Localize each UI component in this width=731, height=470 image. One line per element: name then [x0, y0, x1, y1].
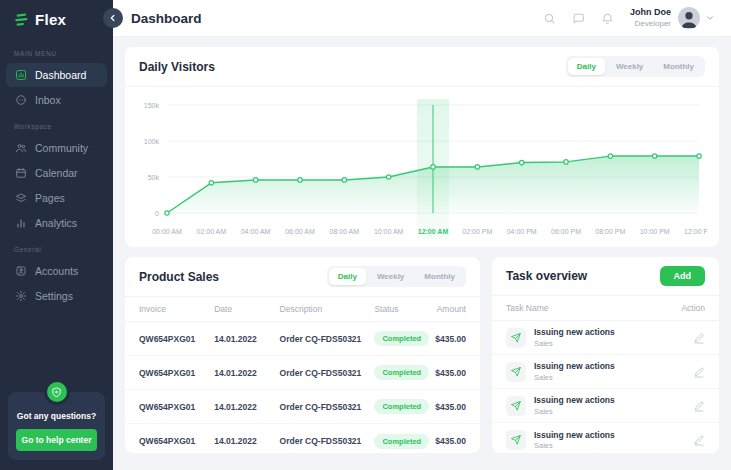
invoice-cell: QW654PXG01 — [139, 334, 214, 344]
sidebar-item-analytics[interactable]: Analytics — [6, 211, 107, 235]
tab-daily[interactable]: Daily — [329, 268, 366, 285]
logo: Flex — [0, 0, 113, 40]
svg-text:150k: 150k — [144, 102, 160, 109]
community-icon — [15, 142, 27, 154]
tab-daily[interactable]: Daily — [568, 58, 605, 75]
col-action: Action — [681, 303, 705, 313]
list-item: Issuing new actionsSales — [492, 423, 719, 457]
status-cell: Completed — [374, 331, 426, 346]
invoice-cell: QW654PXG01 — [139, 368, 214, 378]
tab-monthly[interactable]: Monthly — [654, 58, 703, 75]
svg-text:10:00 PM: 10:00 PM — [640, 228, 670, 235]
sidebar-section-label: MAIN MENU — [0, 40, 113, 62]
tab-weekly[interactable]: Weekly — [368, 268, 413, 285]
status-badge: Completed — [374, 434, 429, 449]
sidebar: Flex MAIN MENUDashboardInboxWorkspaceCom… — [0, 0, 113, 470]
bell-icon[interactable] — [601, 12, 614, 25]
svg-text:02:00 PM: 02:00 PM — [462, 228, 492, 235]
help-center-button[interactable]: Go to help center — [16, 429, 97, 451]
task-title: Issuing new actions — [534, 327, 615, 338]
status-badge: Completed — [374, 365, 429, 380]
sidebar-item-calendar[interactable]: Calendar — [6, 161, 107, 185]
sidebar-item-label: Dashboard — [35, 69, 86, 81]
sidebar-item-accounts[interactable]: Accounts — [6, 259, 107, 283]
col-invoice: Invoice — [139, 304, 214, 314]
search-icon[interactable] — [543, 12, 556, 25]
accounts-icon — [15, 265, 27, 277]
svg-text:08:00 PM: 08:00 PM — [595, 228, 625, 235]
sidebar-item-dashboard[interactable]: Dashboard — [6, 63, 107, 87]
col-task-name: Task Name — [506, 303, 549, 313]
table-row: QW654PXG0114.01.2022Order CQ-FDS50321Com… — [125, 356, 480, 390]
svg-text:10:00 AM: 10:00 AM — [374, 228, 404, 235]
svg-text:08:00 AM: 08:00 AM — [330, 228, 360, 235]
date-cell: 14.01.2022 — [214, 402, 279, 412]
chat-icon[interactable] — [572, 12, 585, 25]
visitors-chart: 050k100k150k00:00 AM02:00 AM04:00 AM06:0… — [125, 87, 719, 243]
settings-icon — [15, 290, 27, 302]
edit-icon — [693, 400, 705, 412]
col-date: Date — [214, 304, 279, 314]
user-role: Developer — [630, 19, 671, 29]
sidebar-collapse-button[interactable] — [103, 8, 123, 28]
edit-task-button[interactable] — [693, 366, 705, 378]
sidebar-item-label: Settings — [35, 290, 73, 302]
edit-task-button[interactable] — [693, 400, 705, 412]
status-badge: Completed — [374, 331, 429, 346]
date-cell: 14.01.2022 — [214, 368, 279, 378]
task-overview-title: Task overview — [506, 269, 587, 283]
description-cell: Order CQ-FDS50321 — [280, 402, 375, 412]
list-item: Issuing new actionsSales — [492, 389, 719, 423]
dashboard-icon — [15, 69, 27, 81]
description-cell: Order CQ-FDS50321 — [280, 368, 375, 378]
sidebar-item-label: Analytics — [35, 217, 77, 229]
status-cell: Completed — [374, 399, 426, 414]
sales-table-header: Invoice Date Description Status Amount — [125, 297, 480, 322]
product-sales-title: Product Sales — [139, 270, 219, 284]
task-table-header: Task Name Action — [492, 296, 719, 321]
main-content: Daily Visitors DailyWeeklyMonthly 050k10… — [113, 37, 731, 470]
help-card: Got any questions? Go to help center — [8, 392, 105, 460]
status-cell: Completed — [374, 365, 426, 380]
tab-monthly[interactable]: Monthly — [415, 268, 464, 285]
amount-cell: $435.00 — [427, 368, 466, 378]
sidebar-item-inbox[interactable]: Inbox — [6, 88, 107, 112]
list-item: Issuing new actionsSales — [492, 355, 719, 389]
visitors-title: Daily Visitors — [139, 60, 215, 74]
invoice-cell: QW654PXG01 — [139, 402, 214, 412]
chevron-down-icon[interactable] — [705, 13, 715, 23]
add-task-button[interactable]: Add — [660, 266, 706, 286]
table-row: QW654PXG0114.01.2022Order CQ-FDS50321Com… — [125, 390, 480, 424]
brand-name: Flex — [35, 11, 66, 28]
sidebar-item-pages[interactable]: Pages — [6, 186, 107, 210]
svg-text:04:00 PM: 04:00 PM — [507, 228, 537, 235]
description-cell: Order CQ-FDS50321 — [280, 334, 375, 344]
col-status: Status — [374, 304, 426, 314]
sidebar-item-community[interactable]: Community — [6, 136, 107, 160]
table-row: QW654PXG0114.01.2022Order CQ-FDS50321Com… — [125, 424, 480, 458]
task-overview-card: Task overview Add Task Name Action Issui… — [492, 257, 719, 453]
task-list: Issuing new actionsSalesIssuing new acti… — [492, 321, 719, 457]
logo-icon — [13, 12, 29, 28]
task-title: Issuing new actions — [534, 395, 615, 406]
invoice-cell: QW654PXG01 — [139, 436, 214, 446]
avatar[interactable] — [678, 7, 700, 29]
svg-text:100k: 100k — [144, 138, 160, 145]
sidebar-item-label: Inbox — [35, 94, 61, 106]
sidebar-item-settings[interactable]: Settings — [6, 284, 107, 308]
top-header: Dashboard John Doe Developer — [113, 0, 731, 37]
help-question: Got any questions? — [16, 411, 97, 421]
col-amount: Amount — [427, 304, 466, 314]
svg-text:06:00 PM: 06:00 PM — [551, 228, 581, 235]
amount-cell: $435.00 — [427, 436, 466, 446]
sales-period-tabs: DailyWeeklyMonthly — [327, 266, 466, 287]
edit-task-button[interactable] — [693, 332, 705, 344]
amount-cell: $435.00 — [427, 402, 466, 412]
task-subtitle: Sales — [534, 339, 615, 348]
send-icon — [506, 328, 526, 348]
task-title: Issuing new actions — [534, 361, 615, 372]
send-icon — [506, 362, 526, 382]
page-title: Dashboard — [131, 11, 202, 26]
tab-weekly[interactable]: Weekly — [607, 58, 652, 75]
edit-task-button[interactable] — [693, 434, 705, 446]
